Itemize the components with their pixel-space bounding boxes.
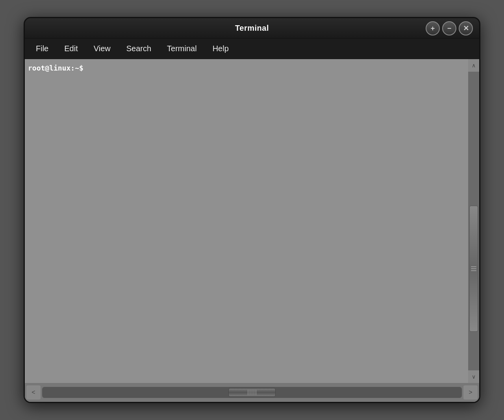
minimize-button[interactable]: − xyxy=(442,21,456,35)
terminal-wrapper: root@linux:~$ ∧ ∨ xyxy=(25,59,479,402)
chevron-up-icon: ∧ xyxy=(472,62,476,69)
scroll-thumb-horizontal[interactable] xyxy=(228,388,276,397)
menu-help[interactable]: Help xyxy=(205,42,237,56)
grip-v-line xyxy=(248,390,248,395)
grip-line xyxy=(471,266,476,267)
menu-edit[interactable]: Edit xyxy=(56,42,85,56)
close-button[interactable]: ✕ xyxy=(459,21,473,35)
grip-v-line xyxy=(254,390,254,395)
vertical-scrollbar: ∧ ∨ xyxy=(468,59,479,383)
horizontal-scrollbar: < > xyxy=(25,383,479,402)
scroll-up-button[interactable]: ∧ xyxy=(468,59,479,72)
terminal-prompt: root@linux:~$ xyxy=(28,64,83,72)
menu-file[interactable]: File xyxy=(28,42,56,56)
terminal-screen[interactable]: root@linux:~$ xyxy=(25,59,468,383)
window-controls: + − ✕ xyxy=(426,21,473,35)
grip-line xyxy=(471,270,476,271)
chevron-right-icon: > xyxy=(469,389,472,396)
scroll-down-button[interactable]: ∨ xyxy=(468,370,479,383)
grip-v-line xyxy=(252,390,252,395)
scroll-track-vertical[interactable] xyxy=(468,72,479,370)
grip-line xyxy=(471,268,476,269)
chevron-down-icon: ∨ xyxy=(472,374,476,380)
scroll-left-button[interactable]: < xyxy=(26,385,41,400)
scroll-thumb-vertical[interactable] xyxy=(469,206,478,332)
add-tab-button[interactable]: + xyxy=(426,21,440,35)
window-title: Terminal xyxy=(235,24,269,33)
menu-bar: File Edit View Search Terminal Help xyxy=(25,39,479,59)
scroll-track-horizontal[interactable] xyxy=(42,387,462,398)
scroll-right-button[interactable]: > xyxy=(463,385,478,400)
terminal-window: Terminal + − ✕ File Edit View Search Ter… xyxy=(24,17,480,403)
chevron-left-icon: < xyxy=(32,389,35,396)
grip-v-line xyxy=(256,390,256,395)
terminal-content-area: root@linux:~$ ∧ ∨ xyxy=(25,59,479,383)
menu-search[interactable]: Search xyxy=(119,42,159,56)
menu-view[interactable]: View xyxy=(86,42,119,56)
grip-v-line xyxy=(250,390,250,395)
menu-terminal[interactable]: Terminal xyxy=(159,42,205,56)
title-bar: Terminal + − ✕ xyxy=(25,18,479,39)
